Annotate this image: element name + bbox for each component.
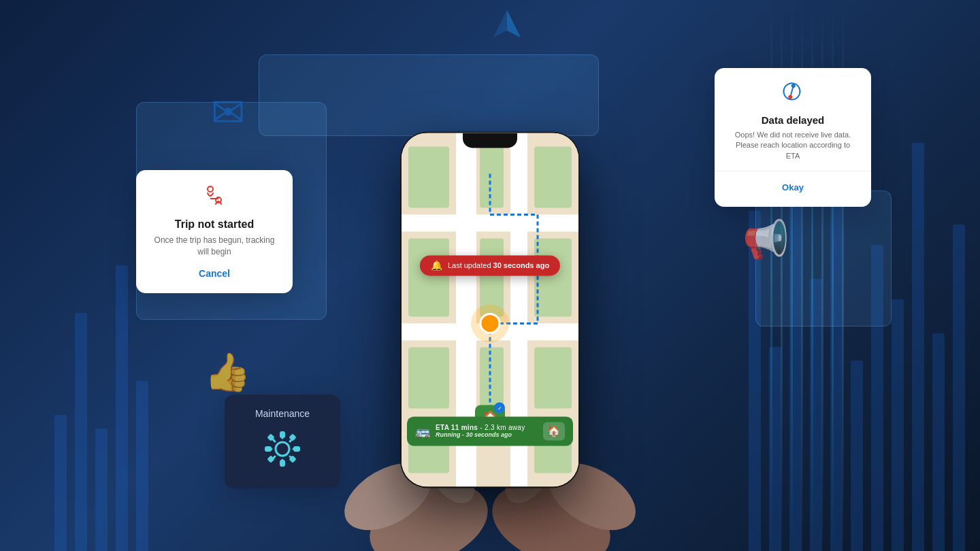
svg-rect-44 [293, 446, 300, 452]
svg-text:✓: ✓ [497, 405, 502, 412]
svg-point-32 [276, 442, 289, 456]
svg-rect-9 [408, 238, 449, 316]
trip-icon [152, 184, 276, 213]
card-divider [715, 171, 871, 171]
gear-icon [238, 430, 327, 475]
data-delayed-icon [779, 78, 806, 107]
svg-rect-11 [408, 347, 449, 408]
svg-rect-42 [280, 460, 285, 467]
maintenance-card: Maintenance [225, 395, 340, 488]
data-delayed-card: Data delayed Oops! We did not receive li… [715, 68, 871, 207]
eta-top-line: ETA 11 mins - 2.3 km away [436, 424, 538, 431]
phone-body: 🏠 ✓ 🔔 Last updated 30 seconds ago 🚌 [402, 133, 578, 486]
bell-icon: 🔔 [431, 260, 442, 271]
svg-rect-8 [480, 146, 504, 207]
svg-rect-13 [534, 146, 572, 207]
bus-icon: 🚌 [415, 424, 430, 439]
svg-rect-7 [408, 146, 449, 207]
svg-point-25 [208, 186, 213, 192]
home-icon: 🏠 [543, 422, 565, 440]
phone-screen: 🏠 ✓ 🔔 Last updated 30 seconds ago 🚌 [402, 133, 578, 486]
svg-line-29 [786, 86, 797, 97]
svg-rect-4 [402, 214, 578, 231]
maintenance-title: Maintenance [238, 408, 327, 419]
cancel-button[interactable]: Cancel [199, 268, 230, 279]
svg-point-19 [480, 314, 500, 333]
svg-marker-1 [507, 10, 521, 37]
last-updated-text: Last updated 30 seconds ago [448, 261, 549, 269]
speaker-icon: 📢 [742, 218, 789, 262]
svg-rect-14 [534, 238, 572, 316]
phone: 🏠 ✓ 🔔 Last updated 30 seconds ago 🚌 [402, 133, 578, 486]
svg-rect-41 [280, 431, 285, 438]
send-icon [490, 7, 524, 49]
svg-rect-43 [265, 446, 272, 452]
trip-description: Once the trip has begun, tracking will b… [152, 235, 276, 258]
last-updated-bar: 🔔 Last updated 30 seconds ago [420, 255, 560, 276]
data-delayed-description: Oops! We did not receive live data. Plea… [731, 130, 855, 161]
trip-not-started-card: Trip not started Once the trip has begun… [136, 170, 293, 293]
trip-title: Trip not started [152, 218, 276, 231]
eta-bar: 🚌 ETA 11 mins - 2.3 km away Running - 30… [407, 416, 573, 446]
okay-button[interactable]: Okay [782, 182, 804, 193]
phone-notch [463, 133, 517, 148]
eta-bottom-line: Running - 30 seconds ago [436, 431, 538, 438]
email-icon: ✉ [211, 88, 245, 136]
eta-text: ETA 11 mins - 2.3 km away Running - 30 s… [436, 424, 538, 438]
svg-rect-15 [534, 347, 572, 408]
svg-rect-12 [480, 347, 504, 408]
thumbs-up-icon: 👍 [204, 350, 251, 395]
data-delayed-title: Data delayed [731, 114, 855, 126]
float-panel-top [259, 54, 599, 136]
